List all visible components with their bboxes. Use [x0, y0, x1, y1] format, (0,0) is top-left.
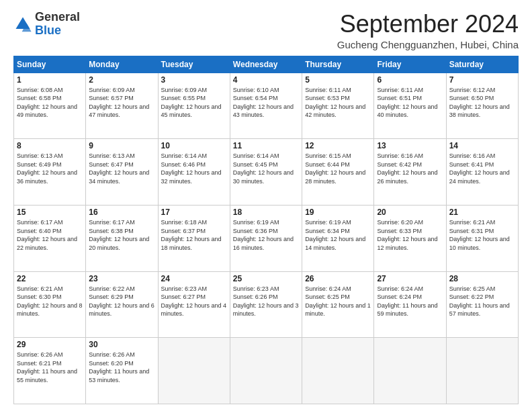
col-header-sunday: Sunday — [14, 56, 86, 73]
calendar-day-29: 29Sunrise: 6:26 AMSunset: 6:21 PMDayligh… — [14, 338, 86, 404]
calendar-header-row: SundayMondayTuesdayWednesdayThursdayFrid… — [14, 56, 519, 73]
calendar-day-7: 7Sunrise: 6:12 AMSunset: 6:50 PMDaylight… — [446, 73, 518, 139]
calendar-day-17: 17Sunrise: 6:18 AMSunset: 6:37 PMDayligh… — [158, 205, 230, 271]
calendar-day-22: 22Sunrise: 6:21 AMSunset: 6:30 PMDayligh… — [14, 271, 86, 338]
calendar-day-5: 5Sunrise: 6:11 AMSunset: 6:53 PMDaylight… — [302, 73, 374, 139]
logo: General Blue — [13, 11, 80, 38]
calendar-day-23: 23Sunrise: 6:22 AMSunset: 6:29 PMDayligh… — [86, 271, 158, 338]
col-header-monday: Monday — [86, 56, 158, 73]
calendar-day-10: 10Sunrise: 6:14 AMSunset: 6:46 PMDayligh… — [158, 139, 230, 205]
calendar-day-28: 28Sunrise: 6:25 AMSunset: 6:22 PMDayligh… — [446, 271, 518, 338]
logo-general: General — [35, 10, 80, 24]
logo-blue: Blue — [35, 24, 61, 37]
calendar-week-1: 8Sunrise: 6:13 AMSunset: 6:49 PMDaylight… — [14, 139, 519, 205]
calendar-day-20: 20Sunrise: 6:20 AMSunset: 6:33 PMDayligh… — [374, 205, 446, 271]
col-header-friday: Friday — [374, 56, 446, 73]
month-title: September 2024 — [337, 11, 519, 38]
calendar-day-6: 6Sunrise: 6:11 AMSunset: 6:51 PMDaylight… — [374, 73, 446, 139]
title-block: September 2024 Gucheng Chengguanzhen, Hu… — [337, 11, 519, 50]
calendar-table: SundayMondayTuesdayWednesdayThursdayFrid… — [13, 56, 519, 404]
logo-icon — [13, 15, 32, 34]
header: General Blue September 2024 Gucheng Chen… — [13, 11, 519, 50]
calendar-day-15: 15Sunrise: 6:17 AMSunset: 6:40 PMDayligh… — [14, 205, 86, 271]
col-header-wednesday: Wednesday — [230, 56, 302, 73]
calendar-day-27: 27Sunrise: 6:24 AMSunset: 6:24 PMDayligh… — [374, 271, 446, 338]
calendar-week-3: 22Sunrise: 6:21 AMSunset: 6:30 PMDayligh… — [14, 271, 519, 338]
calendar-day-1: 1Sunrise: 6:08 AMSunset: 6:58 PMDaylight… — [14, 73, 86, 139]
calendar-day-25: 25Sunrise: 6:23 AMSunset: 6:26 PMDayligh… — [230, 271, 302, 338]
calendar-day-18: 18Sunrise: 6:19 AMSunset: 6:36 PMDayligh… — [230, 205, 302, 271]
col-header-saturday: Saturday — [446, 56, 518, 73]
page: General Blue September 2024 Gucheng Chen… — [0, 0, 532, 411]
col-header-tuesday: Tuesday — [158, 56, 230, 73]
col-header-thursday: Thursday — [302, 56, 374, 73]
calendar-day-9: 9Sunrise: 6:13 AMSunset: 6:47 PMDaylight… — [86, 139, 158, 205]
calendar-day-16: 16Sunrise: 6:17 AMSunset: 6:38 PMDayligh… — [86, 205, 158, 271]
calendar-day-30: 30Sunrise: 6:26 AMSunset: 6:20 PMDayligh… — [86, 338, 158, 404]
calendar-day-empty — [446, 338, 518, 404]
calendar-day-empty — [230, 338, 302, 404]
location-subtitle: Gucheng Chengguanzhen, Hubei, China — [337, 39, 519, 50]
calendar-day-13: 13Sunrise: 6:16 AMSunset: 6:42 PMDayligh… — [374, 139, 446, 205]
calendar-day-21: 21Sunrise: 6:21 AMSunset: 6:31 PMDayligh… — [446, 205, 518, 271]
calendar-day-empty — [374, 338, 446, 404]
calendar-day-8: 8Sunrise: 6:13 AMSunset: 6:49 PMDaylight… — [14, 139, 86, 205]
calendar-week-4: 29Sunrise: 6:26 AMSunset: 6:21 PMDayligh… — [14, 338, 519, 404]
calendar-day-24: 24Sunrise: 6:23 AMSunset: 6:27 PMDayligh… — [158, 271, 230, 338]
logo-text: General Blue — [35, 11, 80, 38]
calendar-day-26: 26Sunrise: 6:24 AMSunset: 6:25 PMDayligh… — [302, 271, 374, 338]
calendar-day-11: 11Sunrise: 6:14 AMSunset: 6:45 PMDayligh… — [230, 139, 302, 205]
calendar-day-14: 14Sunrise: 6:16 AMSunset: 6:41 PMDayligh… — [446, 139, 518, 205]
calendar-day-empty — [302, 338, 374, 404]
calendar-week-2: 15Sunrise: 6:17 AMSunset: 6:40 PMDayligh… — [14, 205, 519, 271]
calendar-day-3: 3Sunrise: 6:09 AMSunset: 6:55 PMDaylight… — [158, 73, 230, 139]
calendar-day-empty — [158, 338, 230, 404]
calendar-day-4: 4Sunrise: 6:10 AMSunset: 6:54 PMDaylight… — [230, 73, 302, 139]
calendar-day-12: 12Sunrise: 6:15 AMSunset: 6:44 PMDayligh… — [302, 139, 374, 205]
calendar-day-2: 2Sunrise: 6:09 AMSunset: 6:57 PMDaylight… — [86, 73, 158, 139]
calendar-day-19: 19Sunrise: 6:19 AMSunset: 6:34 PMDayligh… — [302, 205, 374, 271]
calendar-week-0: 1Sunrise: 6:08 AMSunset: 6:58 PMDaylight… — [14, 73, 519, 139]
